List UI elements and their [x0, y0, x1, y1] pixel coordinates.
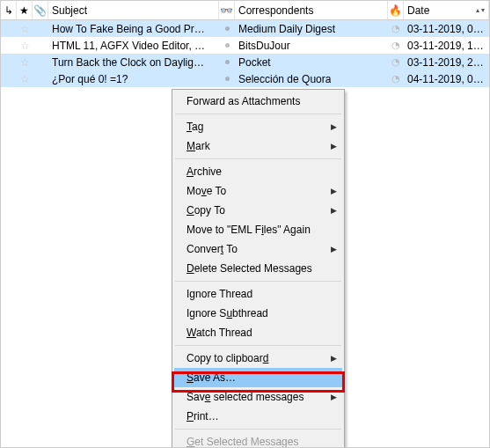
star-outline-icon: ☆: [20, 56, 30, 69]
star-cell[interactable]: ☆: [17, 73, 33, 85]
message-row[interactable]: ☆¿Por qué 0! =1?Selección de Quora◔04-11…: [1, 70, 489, 87]
unread-dot-icon: [225, 43, 230, 48]
sort-asc-icon: ▴: [476, 6, 479, 14]
col-date-label: Date: [407, 4, 429, 17]
col-attachments[interactable]: 📎: [33, 1, 48, 19]
menu-separator: [175, 158, 341, 159]
submenu-arrow-icon: ▶: [331, 187, 337, 195]
star-outline-icon: ☆: [20, 40, 30, 52]
menu-item[interactable]: Delete Selected Messages: [174, 259, 342, 278]
context-menu[interactable]: Forward as AttachmentsTag▶Mark▶ArchiveMo…: [172, 89, 345, 448]
col-read[interactable]: 👓: [219, 1, 235, 19]
menu-item-label: Ignore Subthread: [186, 307, 268, 319]
star-outline-icon: ☆: [20, 73, 30, 85]
date-icon-cell: ◔: [388, 40, 404, 51]
date-icon-cell: ◔: [388, 56, 404, 68]
attachment-icon: 📎: [33, 4, 47, 17]
clock-icon: ◔: [391, 40, 400, 51]
star-outline-icon: ☆: [20, 23, 30, 35]
correspondent-cell: Medium Daily Digest: [235, 23, 388, 35]
correspondent-text: Pocket: [238, 56, 271, 69]
correspondent-text: Medium Daily Digest: [238, 23, 335, 35]
date-icon-cell: ◔: [388, 23, 404, 34]
col-correspondents[interactable]: Correspondents: [235, 1, 388, 19]
subject-text: How To Fake Being a Good Pr…: [52, 23, 205, 35]
read-cell[interactable]: [219, 77, 235, 81]
star-cell[interactable]: ☆: [17, 56, 33, 69]
message-row[interactable]: ☆HTML 11, AGFX Video Editor, …BitsDuJour…: [1, 37, 489, 54]
submenu-arrow-icon: ▶: [331, 245, 337, 253]
col-thread[interactable]: ↳: [1, 1, 17, 19]
sort-indicator: ▴ ▾: [476, 6, 485, 14]
message-list: ☆How To Fake Being a Good Pr…Medium Dail…: [1, 20, 489, 87]
subject-cell: ¿Por qué 0! =1?: [48, 73, 219, 85]
col-date[interactable]: Date ▴ ▾: [404, 1, 489, 19]
sort-desc-icon: ▾: [481, 6, 485, 14]
menu-item-label: Copy To: [186, 204, 225, 217]
read-cell[interactable]: [219, 26, 235, 31]
col-flag[interactable]: 🔥: [388, 1, 404, 19]
star-cell[interactable]: ☆: [17, 23, 33, 35]
correspondent-cell: Pocket: [235, 56, 388, 69]
date-cell: 03-11-2019, 14:…: [404, 40, 489, 52]
date-cell: 04-11-2019, 02:…: [404, 73, 489, 85]
menu-item-label: Print…: [186, 410, 219, 422]
menu-item[interactable]: Save selected messages▶: [174, 387, 342, 407]
menu-item-label: Forward as Attachments: [186, 95, 300, 107]
col-subject-label: Subject: [52, 4, 87, 17]
menu-item-label: Move To: [186, 185, 226, 197]
menu-item[interactable]: Archive: [174, 162, 342, 181]
menu-item[interactable]: Tag▶: [174, 117, 342, 136]
menu-item[interactable]: Move to "EML Files" Again: [174, 220, 342, 239]
star-cell[interactable]: ☆: [17, 40, 33, 52]
menu-item-label: Archive: [186, 165, 222, 178]
menu-separator: [175, 429, 341, 430]
menu-separator: [175, 345, 341, 346]
subject-cell: HTML 11, AGFX Video Editor, …: [48, 40, 219, 52]
correspondent-text: BitsDuJour: [238, 40, 290, 52]
thread-icon: ↳: [4, 4, 13, 17]
submenu-arrow-icon: ▶: [331, 206, 337, 215]
menu-item-label: Save As…: [186, 371, 236, 384]
message-row[interactable]: ☆Turn Back the Clock on Daylig…Pocket◔03…: [1, 54, 489, 70]
menu-item[interactable]: Copy to clipboard▶: [174, 349, 342, 368]
subject-text: Turn Back the Clock on Daylig…: [52, 56, 204, 69]
menu-separator: [175, 114, 341, 114]
date-text: 03-11-2019, 14:…: [407, 40, 486, 52]
menu-item[interactable]: Watch Thread: [174, 323, 342, 342]
submenu-arrow-icon: ▶: [331, 354, 337, 363]
menu-item[interactable]: Copy To▶: [174, 201, 342, 220]
col-subject[interactable]: Subject: [48, 1, 219, 19]
message-row[interactable]: ☆How To Fake Being a Good Pr…Medium Dail…: [1, 20, 489, 37]
date-cell: 03-11-2019, 20:…: [404, 56, 489, 69]
read-cell[interactable]: [219, 43, 235, 48]
menu-item-label: Tag: [186, 121, 203, 133]
date-text: 03-11-2019, 20:…: [407, 56, 486, 69]
col-starred[interactable]: ★: [17, 1, 33, 19]
menu-item-label: Save selected messages: [186, 391, 304, 403]
menu-item[interactable]: Move To▶: [174, 181, 342, 201]
flag-icon: 🔥: [389, 4, 402, 17]
menu-item[interactable]: Convert To▶: [174, 239, 342, 259]
date-cell: 03-11-2019, 08:…: [404, 23, 489, 35]
menu-item-label: Get Selected Messages: [186, 436, 298, 448]
menu-item[interactable]: Print…: [174, 407, 342, 426]
menu-item[interactable]: Forward as Attachments: [174, 92, 342, 111]
correspondent-cell: Selección de Quora: [235, 73, 388, 85]
clock-icon: ◔: [391, 73, 400, 84]
menu-item-label: Copy to clipboard: [186, 352, 268, 364]
menu-item[interactable]: Mark▶: [174, 136, 342, 156]
unread-dot-icon: [225, 26, 230, 31]
menu-item[interactable]: Ignore Subthread: [174, 304, 342, 323]
read-cell[interactable]: [219, 60, 235, 64]
clock-icon: ◔: [391, 56, 400, 68]
correspondent-cell: BitsDuJour: [235, 40, 388, 52]
menu-item[interactable]: Save As…: [174, 368, 342, 387]
column-header-row: ↳ ★ 📎 Subject 👓 Correspondents 🔥 Date ▴ …: [1, 1, 489, 20]
menu-item[interactable]: Ignore Thread: [174, 284, 342, 304]
date-text: 03-11-2019, 08:…: [407, 23, 486, 35]
menu-item-label: Convert To: [186, 243, 238, 255]
submenu-arrow-icon: ▶: [331, 393, 337, 401]
unread-dot-icon: [225, 77, 230, 81]
menu-item-label: Watch Thread: [186, 327, 252, 339]
